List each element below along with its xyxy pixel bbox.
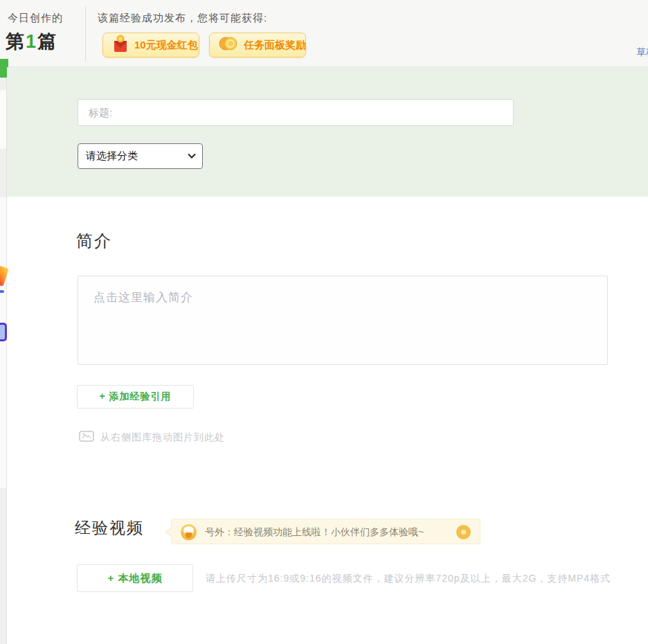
title-category-panel: 请选择分类: [7, 67, 648, 197]
category-select-value: 请选择分类: [86, 150, 138, 163]
clipped-purple-icon-fragment: [0, 323, 7, 341]
header-divider: [85, 6, 86, 62]
clipped-dash-fragment: [0, 290, 4, 293]
header-bar: 今日创作的 第1篇 该篇经验成功发布，您将可能获得: 10元现金红包: [0, 0, 648, 67]
drag-image-hint: 从右侧图库拖动图片到此处: [79, 431, 225, 445]
gold-coins-icon: [219, 36, 238, 54]
cash-reward-badge[interactable]: 10元现金红包: [102, 33, 199, 57]
video-upload-hint: 请上传尺寸为16:9或9:16的视频文件，建议分辨率720p及以上，最大2G，支…: [206, 573, 611, 585]
add-citation-button[interactable]: + 添加经验引用: [77, 385, 194, 409]
article-count-number: 1: [25, 31, 37, 52]
article-count-prefix: 第: [6, 31, 25, 52]
task-reward-badge[interactable]: 任务面板奖励: [209, 33, 306, 57]
intro-textarea[interactable]: [78, 276, 608, 365]
local-video-label: + 本地视频: [108, 572, 163, 585]
gutter-segment: [0, 197, 6, 488]
today-created-label: 今日创作的: [8, 12, 63, 25]
task-reward-label: 任务面板奖励: [244, 39, 306, 52]
red-envelope-icon: [112, 35, 129, 56]
article-count-suffix: 篇: [37, 31, 57, 52]
add-citation-label: + 添加经验引用: [99, 391, 171, 403]
category-select[interactable]: 请选择分类: [78, 143, 203, 169]
gutter-segment: [0, 90, 6, 149]
draft-link[interactable]: 草稿: [636, 46, 648, 59]
megaphone-icon: [181, 524, 197, 540]
chevron-down-icon: [188, 150, 195, 158]
video-notice-text: 号外：经验视频功能上线啦！小伙伴们多多体验哦~: [205, 519, 424, 544]
publish-reward-hint: 该篇经验成功发布，您将可能获得:: [98, 12, 267, 25]
article-count: 第1篇: [6, 29, 57, 54]
intro-heading: 简介: [76, 230, 112, 252]
drag-image-hint-text: 从右侧图库拖动图片到此处: [100, 431, 225, 444]
title-input[interactable]: [78, 99, 514, 126]
video-section-heading: 经验视频: [75, 517, 144, 539]
video-notice-bubble: 号外：经验视频功能上线啦！小伙伴们多多体验哦~: [171, 519, 480, 544]
bubble-pointer: [166, 528, 172, 536]
left-gutter: [0, 67, 7, 644]
local-video-button[interactable]: + 本地视频: [77, 564, 193, 592]
experience-editor-page: 今日创作的 第1篇 该篇经验成功发布，您将可能获得: 10元现金红包: [0, 0, 648, 644]
cash-reward-label: 10元现金红包: [134, 39, 198, 52]
image-icon: [79, 431, 94, 445]
notice-arrow-button[interactable]: [456, 525, 471, 539]
